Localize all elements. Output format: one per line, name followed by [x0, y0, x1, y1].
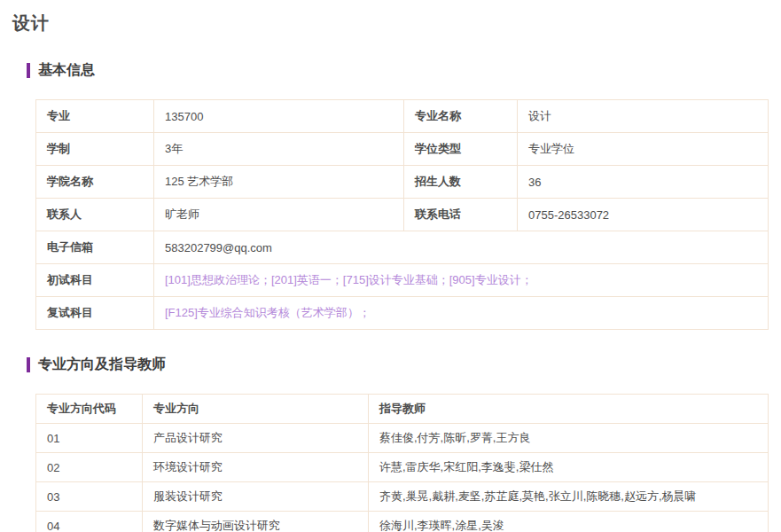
email-value: 583202799@qq.com: [154, 231, 769, 264]
direction-name: 服装设计研究: [143, 482, 369, 512]
direction-code: 02: [36, 453, 143, 482]
section-heading-label: 专业方向及指导教师: [38, 356, 166, 374]
info-label: 联系人: [36, 199, 154, 231]
direction-teachers: 蔡佳俊,付芳,陈昕,罗菁,王方良: [369, 424, 769, 453]
direction-code: 01: [36, 424, 143, 453]
info-value: 设计: [518, 100, 769, 133]
directions-table: 专业方向代码 专业方向 指导教师 01 产品设计研究 蔡佳俊,付芳,陈昕,罗菁,…: [35, 394, 769, 532]
info-label: 学位类型: [404, 133, 518, 166]
info-label: 学制: [36, 133, 154, 166]
table-row: 联系人 旷老师 联系电话 0755-26533072: [36, 199, 769, 231]
section-heading-directions: 专业方向及指导教师: [27, 356, 781, 374]
col-header-teachers: 指导教师: [369, 395, 769, 424]
info-label: 初试科目: [36, 264, 154, 297]
info-label: 学院名称: [36, 166, 154, 199]
table-row: 复试科目 [F125]专业综合知识考核（艺术学部）；: [36, 297, 769, 330]
table-row: 学院名称 125 艺术学部 招生人数 36: [36, 166, 769, 199]
info-label: 招生人数: [404, 166, 518, 199]
info-label: 专业: [36, 100, 154, 133]
basic-info-table: 专业 135700 专业名称 设计 学制 3年 学位类型 专业学位 学院名称 1…: [35, 99, 769, 330]
section-accent-bar: [27, 357, 30, 372]
info-value: 36: [518, 166, 769, 199]
section-heading-basic-info: 基本信息: [27, 61, 781, 80]
info-value: 0755-26533072: [518, 199, 769, 231]
table-row: 电子信箱 583202799@qq.com: [36, 231, 769, 264]
retest-exam-subjects: [F125]专业综合知识考核（艺术学部）；: [154, 297, 769, 330]
direction-teachers: 齐黄,巢晃,戴耕,麦坚,苏芷庭,莫艳,张立川,陈晓穗,赵远方,杨晨啸: [369, 482, 769, 512]
table-row: 03 服装设计研究 齐黄,巢晃,戴耕,麦坚,苏芷庭,莫艳,张立川,陈晓穗,赵远方…: [36, 482, 769, 512]
info-label: 联系电话: [404, 199, 518, 231]
direction-code: 03: [36, 482, 143, 512]
info-value: 135700: [154, 100, 404, 133]
direction-name: 环境设计研究: [143, 453, 369, 482]
table-row: 01 产品设计研究 蔡佳俊,付芳,陈昕,罗菁,王方良: [36, 424, 769, 453]
info-value: 旷老师: [154, 199, 404, 231]
table-row: 学制 3年 学位类型 专业学位: [36, 133, 769, 166]
table-row: 专业 135700 专业名称 设计: [36, 100, 769, 133]
info-label: 专业名称: [404, 100, 518, 133]
table-header-row: 专业方向代码 专业方向 指导教师: [36, 395, 769, 424]
section-heading-label: 基本信息: [38, 61, 95, 80]
col-header-direction: 专业方向: [143, 395, 369, 424]
info-label: 电子信箱: [36, 231, 154, 264]
col-header-direction-code: 专业方向代码: [36, 395, 143, 424]
table-row: 02 环境设计研究 许慧,雷庆华,宋红阳,李逸斐,梁仕然: [36, 453, 769, 482]
table-row: 初试科目 [101]思想政治理论；[201]英语一；[715]设计专业基础；[9…: [36, 264, 769, 297]
page-title: 设计: [0, 0, 781, 35]
direction-teachers: 徐海川,李瑛晖,涂星,吴浚: [369, 512, 769, 532]
table-row: 04 数字媒体与动画设计研究 徐海川,李瑛晖,涂星,吴浚: [36, 512, 769, 532]
info-value: 专业学位: [518, 133, 769, 166]
info-label: 复试科目: [36, 297, 154, 330]
initial-exam-subjects: [101]思想政治理论；[201]英语一；[715]设计专业基础；[905]专业…: [154, 264, 769, 297]
direction-name: 数字媒体与动画设计研究: [143, 512, 369, 532]
direction-name: 产品设计研究: [143, 424, 369, 453]
info-value: 3年: [154, 133, 404, 166]
direction-code: 04: [36, 512, 143, 532]
info-value: 125 艺术学部: [154, 166, 404, 199]
direction-teachers: 许慧,雷庆华,宋红阳,李逸斐,梁仕然: [369, 453, 769, 482]
section-accent-bar: [27, 63, 30, 78]
